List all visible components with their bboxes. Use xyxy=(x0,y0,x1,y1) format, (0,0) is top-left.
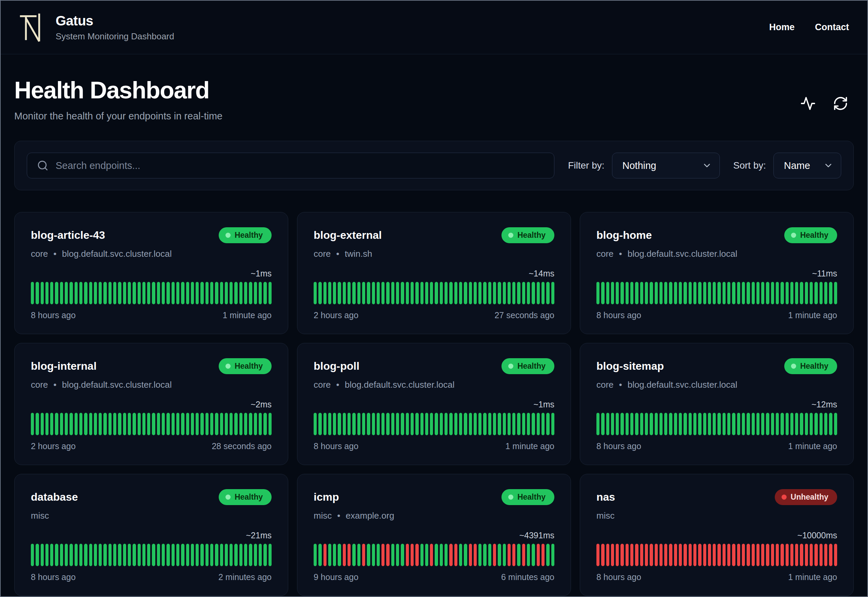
uptime-bar[interactable] xyxy=(713,544,716,566)
endpoint-card[interactable]: blog-home Healthy core • blog.default.sv… xyxy=(580,212,854,334)
uptime-bar[interactable] xyxy=(659,282,662,304)
uptime-bar[interactable] xyxy=(449,282,452,304)
uptime-bar[interactable] xyxy=(210,413,213,435)
uptime-bar[interactable] xyxy=(819,413,822,435)
uptime-bar[interactable] xyxy=(50,544,53,566)
uptime-bar[interactable] xyxy=(318,413,321,435)
uptime-bar[interactable] xyxy=(532,282,535,304)
uptime-bar[interactable] xyxy=(357,413,360,435)
uptime-bar[interactable] xyxy=(138,544,141,566)
gatus-logo[interactable] xyxy=(19,12,46,43)
uptime-bar[interactable] xyxy=(386,413,389,435)
uptime-bar[interactable] xyxy=(522,413,525,435)
uptime-bar[interactable] xyxy=(800,282,803,304)
uptime-bar[interactable] xyxy=(824,413,827,435)
uptime-bar[interactable] xyxy=(824,544,827,566)
uptime-bar[interactable] xyxy=(215,282,218,304)
uptime-bar[interactable] xyxy=(264,413,267,435)
uptime-bar[interactable] xyxy=(444,413,447,435)
uptime-bar[interactable] xyxy=(104,544,107,566)
uptime-bar[interactable] xyxy=(191,544,194,566)
uptime-bar[interactable] xyxy=(210,544,213,566)
uptime-bar[interactable] xyxy=(606,544,609,566)
uptime-bar[interactable] xyxy=(357,282,360,304)
uptime-bar[interactable] xyxy=(41,413,44,435)
uptime-bar[interactable] xyxy=(268,413,272,435)
uptime-bar[interactable] xyxy=(50,413,53,435)
uptime-bar[interactable] xyxy=(508,282,511,304)
uptime-bar[interactable] xyxy=(693,544,696,566)
uptime-bar[interactable] xyxy=(689,282,692,304)
uptime-bar[interactable] xyxy=(157,544,160,566)
uptime-bar[interactable] xyxy=(191,282,194,304)
uptime-bar[interactable] xyxy=(220,413,223,435)
uptime-bar[interactable] xyxy=(693,282,696,304)
uptime-bar[interactable] xyxy=(513,413,515,435)
uptime-bar[interactable] xyxy=(239,413,243,435)
uptime-bar[interactable] xyxy=(50,282,53,304)
uptime-bar[interactable] xyxy=(488,544,491,566)
uptime-bar[interactable] xyxy=(815,544,818,566)
uptime-bar[interactable] xyxy=(645,413,648,435)
uptime-bar[interactable] xyxy=(157,282,160,304)
endpoint-card[interactable]: blog-sitemap Healthy core • blog.default… xyxy=(580,343,854,465)
uptime-bar[interactable] xyxy=(601,282,604,304)
uptime-bar[interactable] xyxy=(464,544,467,566)
uptime-bar[interactable] xyxy=(717,282,720,304)
uptime-bar[interactable] xyxy=(766,282,769,304)
uptime-bar[interactable] xyxy=(616,544,619,566)
uptime-bar[interactable] xyxy=(142,544,145,566)
uptime-bar[interactable] xyxy=(230,282,233,304)
uptime-bar[interactable] xyxy=(766,544,769,566)
uptime-bar[interactable] xyxy=(834,544,837,566)
uptime-bar[interactable] xyxy=(430,413,433,435)
uptime-bar[interactable] xyxy=(318,544,321,566)
uptime-bar[interactable] xyxy=(621,413,624,435)
uptime-bar[interactable] xyxy=(181,282,184,304)
uptime-bar[interactable] xyxy=(75,544,78,566)
uptime-bar[interactable] xyxy=(551,544,554,566)
uptime-bar[interactable] xyxy=(430,544,433,566)
uptime-bar[interactable] xyxy=(542,413,545,435)
uptime-bar[interactable] xyxy=(259,282,262,304)
uptime-bar[interactable] xyxy=(498,413,501,435)
uptime-bar[interactable] xyxy=(776,413,779,435)
uptime-bar[interactable] xyxy=(65,544,68,566)
uptime-bar[interactable] xyxy=(65,413,68,435)
uptime-bar[interactable] xyxy=(464,413,467,435)
uptime-bar[interactable] xyxy=(377,282,380,304)
uptime-bar[interactable] xyxy=(444,544,447,566)
uptime-bar[interactable] xyxy=(650,544,653,566)
uptime-bar[interactable] xyxy=(108,282,111,304)
uptime-bar[interactable] xyxy=(166,282,170,304)
uptime-bar[interactable] xyxy=(147,413,150,435)
uptime-bar[interactable] xyxy=(737,282,740,304)
uptime-bar[interactable] xyxy=(147,544,150,566)
uptime-bar[interactable] xyxy=(166,544,170,566)
uptime-bar[interactable] xyxy=(152,282,155,304)
uptime-bar[interactable] xyxy=(790,544,793,566)
uptime-bar[interactable] xyxy=(449,544,452,566)
uptime-bar[interactable] xyxy=(689,544,692,566)
uptime-bar[interactable] xyxy=(742,413,745,435)
uptime-bar[interactable] xyxy=(723,413,726,435)
uptime-bar[interactable] xyxy=(372,282,375,304)
uptime-bar[interactable] xyxy=(810,544,813,566)
uptime-bar[interactable] xyxy=(75,282,78,304)
uptime-bar[interactable] xyxy=(220,544,223,566)
uptime-bar[interactable] xyxy=(635,282,638,304)
uptime-bar[interactable] xyxy=(650,282,653,304)
uptime-bar[interactable] xyxy=(430,282,433,304)
uptime-bar[interactable] xyxy=(488,282,491,304)
uptime-bar[interactable] xyxy=(810,282,813,304)
uptime-bar[interactable] xyxy=(630,282,633,304)
uptime-bar[interactable] xyxy=(55,282,58,304)
uptime-bar[interactable] xyxy=(708,413,711,435)
uptime-bar[interactable] xyxy=(674,544,677,566)
uptime-bar[interactable] xyxy=(142,413,145,435)
uptime-bar[interactable] xyxy=(249,282,252,304)
uptime-bar[interactable] xyxy=(503,544,506,566)
uptime-bar[interactable] xyxy=(415,413,418,435)
uptime-bar[interactable] xyxy=(757,413,760,435)
uptime-bar[interactable] xyxy=(727,282,730,304)
